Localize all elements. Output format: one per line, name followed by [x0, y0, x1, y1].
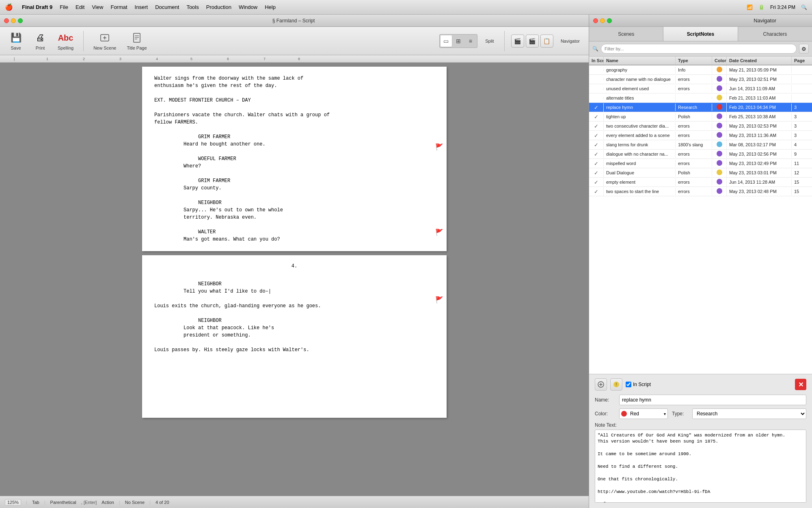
in-script-checkbox-area[interactable]: In Script: [626, 382, 651, 387]
color-dot: [717, 95, 722, 100]
zoom-control[interactable]: 125%: [5, 499, 21, 506]
row-name: unused element used: [604, 85, 676, 92]
row-check: ✓: [589, 159, 604, 168]
in-script-checkbox[interactable]: [626, 382, 631, 387]
nav-close-button[interactable]: [593, 18, 598, 23]
nav-maximize-button[interactable]: [607, 18, 612, 23]
detail-tool-btn-2[interactable]: !: [610, 378, 622, 391]
save-button[interactable]: 💾 Save: [6, 30, 26, 52]
navigator-button-label[interactable]: Navigator: [557, 37, 583, 45]
status-sep3: |: [119, 500, 120, 505]
navigator-button[interactable]: 📋: [540, 35, 553, 48]
nav-minimize-button[interactable]: [600, 18, 605, 23]
view-single-btn[interactable]: ▭: [441, 35, 452, 47]
table-row[interactable]: ✓empty elementerrorsJun 14, 2013 11:28 A…: [589, 178, 812, 187]
row-type: Polish: [676, 169, 712, 176]
camera-button[interactable]: 🎬: [511, 35, 524, 48]
table-row[interactable]: ✓replace hymnResearchFeb 20, 2013 04:34 …: [589, 103, 812, 112]
script-content-2[interactable]: NEIGHBOR Tell you what I'd like to do–| …: [154, 273, 434, 354]
view-outline-btn[interactable]: ≡: [465, 35, 476, 47]
menu-window[interactable]: Window: [239, 4, 257, 10]
row-page: 11: [792, 160, 812, 167]
menu-file[interactable]: File: [60, 4, 68, 10]
note-textarea[interactable]: "All Creatures Of Our God And King" was …: [595, 430, 806, 503]
view-split-btn[interactable]: ⊞: [453, 35, 464, 47]
script-pages[interactable]: 🚩 Walter sings from the doorway with the…: [0, 63, 589, 496]
spelling-button[interactable]: Abc Spelling: [54, 30, 77, 52]
tab-indicator: Tab: [32, 500, 39, 505]
table-row[interactable]: ✓dialogue with no character na...errorsM…: [589, 150, 812, 159]
maximize-button[interactable]: [18, 18, 23, 23]
nav-filter-bar: 🔍 ⚙: [589, 41, 812, 56]
detail-close-button[interactable]: ✕: [795, 379, 806, 390]
table-row[interactable]: ✓two consecutive character dia...errorsM…: [589, 122, 812, 131]
table-row[interactable]: ✓every element added to a sceneerrorsMay…: [589, 131, 812, 140]
app-name[interactable]: Final Draft 9: [22, 4, 52, 10]
header-date: Date Created: [727, 56, 792, 65]
row-type: errors: [676, 160, 712, 167]
menu-help[interactable]: Help: [265, 4, 276, 10]
row-check: ✓: [589, 103, 604, 112]
table-row[interactable]: geographyInfoMay 21, 2013 05:09 PM: [589, 65, 812, 75]
table-row[interactable]: ✓Dual DialoguePolishMay 23, 2013 03:01 P…: [589, 168, 812, 178]
row-page: 4: [792, 141, 812, 148]
detail-tool-btn-1[interactable]: [595, 378, 607, 391]
nav-tabs: Scenes ScriptNotes Characters: [589, 27, 812, 41]
table-row[interactable]: ✓two spaces to start the lineerrorsMay 2…: [589, 187, 812, 196]
color-select[interactable]: Red ▾: [619, 408, 668, 419]
ruler-marks: | 1 2 3 4 5 6 7 8: [6, 55, 583, 62]
print-button[interactable]: 🖨 Print: [30, 30, 50, 52]
flag-icon-2[interactable]: 🚩: [435, 228, 443, 236]
table-row[interactable]: ✓slang terms for drunk1800's slangMar 08…: [589, 140, 812, 150]
tab-characters[interactable]: Characters: [738, 27, 812, 41]
type-select[interactable]: Research Polish errors Info 1800's slang: [692, 408, 806, 419]
table-row[interactable]: alternate titlesFeb 21, 2013 11:03 AM: [589, 93, 812, 103]
row-page: 9: [792, 150, 812, 158]
new-scene-button[interactable]: New Scene: [90, 30, 119, 52]
menu-format[interactable]: Format: [110, 4, 127, 10]
close-button[interactable]: [4, 18, 9, 23]
detail-toolbar: ! In Script ✕: [595, 378, 806, 391]
row-name: tighten up: [604, 113, 676, 120]
row-type: errors: [676, 178, 712, 186]
menu-insert[interactable]: Insert: [135, 4, 148, 10]
menu-view[interactable]: View: [92, 4, 103, 10]
menu-edit[interactable]: Edit: [76, 4, 84, 10]
row-check: [589, 78, 604, 80]
row-color: [712, 93, 727, 102]
menu-search-icon[interactable]: 🔍: [801, 4, 807, 10]
new-scene-icon: [98, 31, 111, 44]
name-input[interactable]: [619, 395, 806, 405]
minimize-button[interactable]: [11, 18, 16, 23]
color-dot: [717, 67, 722, 72]
title-page-button[interactable]: Title Page: [123, 30, 150, 52]
tab-scenes[interactable]: Scenes: [589, 27, 663, 41]
menu-document[interactable]: Document: [155, 4, 179, 10]
menu-tools[interactable]: Tools: [186, 4, 199, 10]
header-name: Name: [604, 56, 676, 65]
table-row[interactable]: ✓tighten upPolishFeb 25, 2013 10:38 AM3: [589, 112, 812, 122]
color-value: Red: [630, 411, 639, 417]
flag-icon-3[interactable]: 🚩: [435, 296, 443, 304]
script-content-1[interactable]: Walter sings from the doorway with the s…: [154, 75, 434, 243]
color-dot: [717, 188, 722, 194]
row-date: Feb 21, 2013 11:03 AM: [727, 94, 792, 102]
notes-table: In Script Name Type Color Date Created P…: [589, 56, 812, 374]
script-page-2: 🚩 4. NEIGHBOR Tell you what I'd like to …: [142, 255, 447, 418]
filter-settings-button[interactable]: ⚙: [799, 44, 809, 54]
color-dot: [717, 160, 722, 166]
table-row[interactable]: ✓mispelled worderrorsMay 23, 2013 02:49 …: [589, 159, 812, 168]
table-row[interactable]: character name with no dialogueerrorsMay…: [589, 75, 812, 84]
name-row: Name:: [595, 395, 806, 405]
flag-button[interactable]: 🎬: [526, 35, 539, 48]
row-date: Jun 14, 2013 11:28 AM: [727, 178, 792, 186]
menu-production[interactable]: Production: [206, 4, 231, 10]
tab-scriptnotes[interactable]: ScriptNotes: [663, 27, 738, 41]
filter-input[interactable]: [601, 44, 797, 54]
apple-menu[interactable]: 🍎: [5, 3, 13, 11]
element-type: Parenthetical: [50, 500, 76, 505]
menu-wifi-icon: 📶: [747, 4, 753, 10]
table-row[interactable]: unused element usederrorsJun 14, 2013 11…: [589, 84, 812, 93]
split-button[interactable]: Split: [482, 37, 498, 45]
flag-icon-1[interactable]: 🚩: [435, 143, 443, 151]
